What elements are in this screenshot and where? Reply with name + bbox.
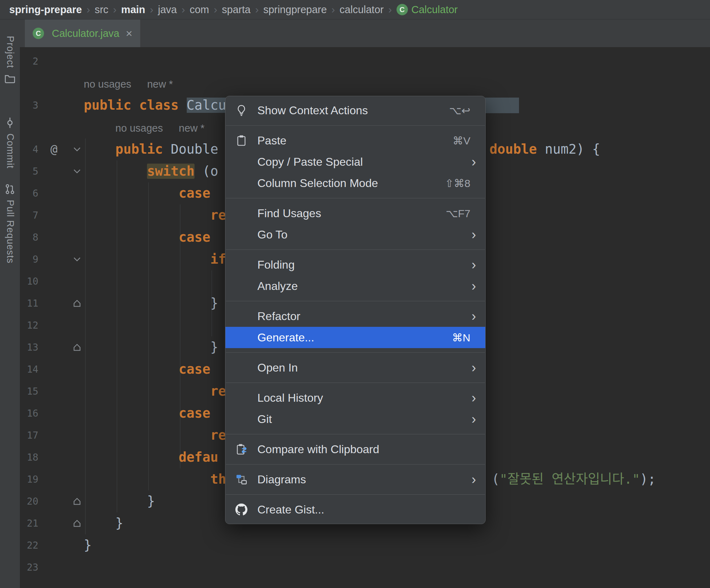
menu-item-refactor[interactable]: Refactor› <box>225 306 485 327</box>
menu-item-shortcut: ⌘N <box>452 331 470 344</box>
code-text: re <box>84 424 226 446</box>
menu-separator <box>226 249 485 250</box>
menu-item-label: Local History <box>257 391 471 405</box>
menu-item-shortcut: ⌘V <box>453 134 470 147</box>
menu-separator <box>226 352 485 353</box>
fold-open-icon[interactable] <box>72 144 82 155</box>
menu-separator <box>226 383 485 383</box>
fold-end-icon[interactable] <box>72 518 82 529</box>
menu-item-folding[interactable]: Folding› <box>225 254 485 275</box>
fold-open-icon[interactable] <box>72 166 82 177</box>
line-number: 3 <box>20 94 38 116</box>
code-line[interactable]: 22} <box>20 534 710 556</box>
menu-separator <box>226 198 485 198</box>
submenu-arrow-icon: › <box>471 258 476 271</box>
menu-item-create-gist[interactable]: Create Gist... <box>225 499 485 520</box>
breadcrumb-separator-icon: › <box>255 4 259 16</box>
menu-item-show-context-actions[interactable]: Show Context Actions⌥↩ <box>225 100 485 121</box>
menu-item-git[interactable]: Git› <box>225 408 485 430</box>
code-text: defau <box>84 446 218 468</box>
menu-item-shortcut: ⇧⌘8 <box>445 177 470 189</box>
tool-window-stripe: ProjectCommitPull Requests <box>0 20 20 588</box>
fold-open-icon[interactable] <box>72 254 82 265</box>
breadcrumb-item-springprepare[interactable]: springprepare <box>263 4 327 16</box>
menu-item-open-in[interactable]: Open In› <box>225 357 485 378</box>
code-text: re <box>84 380 226 402</box>
code-text: public class Calcu <box>84 94 226 116</box>
line-number: 9 <box>20 248 38 270</box>
breadcrumb-item-sparta[interactable]: sparta <box>222 4 251 16</box>
tool-window-button-pull-requests[interactable]: Pull Requests <box>4 183 16 264</box>
menu-item-column-selection-mode[interactable]: Column Selection Mode⇧⌘8 <box>225 172 485 194</box>
selection-highlight-fragment <box>485 98 519 113</box>
breadcrumb-item-main[interactable]: main <box>121 4 145 16</box>
menu-item-shortcut: ⌥F7 <box>446 207 470 220</box>
menu-item-paste[interactable]: Paste⌘V <box>225 130 485 151</box>
line-number: 14 <box>20 358 38 380</box>
context-menu: Show Context Actions⌥↩Paste⌘VCopy / Past… <box>225 96 486 524</box>
code-text: case <box>84 402 210 424</box>
breadcrumb-item-spring-prepare[interactable]: spring-prepare <box>9 4 82 16</box>
line-number: 5 <box>20 160 38 182</box>
annotation-gutter-icon: @ <box>50 138 58 160</box>
line-number: 11 <box>20 292 38 314</box>
commit-icon <box>4 117 16 128</box>
code-text: } <box>84 512 123 534</box>
menu-item-label: Git <box>257 413 471 426</box>
menu-item-label: Copy / Paste Special <box>257 155 471 169</box>
fold-end-icon[interactable] <box>72 298 82 309</box>
submenu-arrow-icon: › <box>471 309 476 323</box>
line-number: 23 <box>20 556 38 578</box>
code-text: if <box>84 248 226 270</box>
tool-window-button-commit[interactable]: Commit <box>4 117 16 169</box>
code-text: case <box>84 226 210 248</box>
menu-separator <box>226 494 485 495</box>
line-number: 8 <box>20 226 38 248</box>
breadcrumb-item-java[interactable]: java <box>158 4 177 16</box>
line-number: 7 <box>20 204 38 226</box>
breadcrumb-item-src[interactable]: src <box>95 4 109 16</box>
menu-item-copy-paste-special[interactable]: Copy / Paste Special› <box>225 151 485 172</box>
menu-item-find-usages[interactable]: Find Usages⌥F7 <box>225 203 485 224</box>
menu-item-compare-with-clipboard[interactable]: Compare with Clipboard <box>225 439 485 460</box>
inlay-hint-row[interactable]: no usages new * <box>20 72 710 94</box>
menu-item-generate[interactable]: Generate...⌘N <box>225 327 485 348</box>
submenu-arrow-icon: › <box>471 412 476 426</box>
code-line[interactable]: 23 <box>20 556 710 578</box>
tab-calculator-java[interactable]: CCalculator.java× <box>25 20 140 47</box>
fold-end-icon[interactable] <box>72 496 82 507</box>
line-number: 4 <box>20 138 38 160</box>
compare-clipboard-icon <box>231 443 252 455</box>
breadcrumb-separator-icon: › <box>150 4 153 16</box>
submenu-arrow-icon: › <box>471 473 476 486</box>
tool-window-button-project[interactable]: Project <box>4 36 16 84</box>
breadcrumb-separator-icon: › <box>214 4 217 16</box>
menu-separator <box>226 301 485 301</box>
code-text: case <box>84 182 210 204</box>
menu-item-diagrams[interactable]: Diagrams› <box>225 469 485 490</box>
menu-item-label: Folding <box>257 258 471 271</box>
line-number: 2 <box>20 50 38 72</box>
line-number: 15 <box>20 380 38 402</box>
line-number: 16 <box>20 402 38 424</box>
menu-item-local-history[interactable]: Local History› <box>225 387 485 408</box>
breadcrumb-item-calculator[interactable]: Calculator <box>411 4 458 16</box>
menu-item-go-to[interactable]: Go To› <box>225 224 485 245</box>
line-number: 13 <box>20 336 38 358</box>
breadcrumb-item-com[interactable]: com <box>190 4 209 16</box>
submenu-arrow-icon: › <box>471 361 476 374</box>
inlay-hint: no usages new * <box>84 72 173 94</box>
menu-item-label: Diagrams <box>257 473 471 486</box>
line-number: 6 <box>20 182 38 204</box>
code-text: } <box>84 534 92 556</box>
menu-item-analyze[interactable]: Analyze› <box>225 275 485 297</box>
line-number: 21 <box>20 512 38 534</box>
breadcrumb-item-calculator[interactable]: calculator <box>340 4 384 16</box>
breadcrumb-separator-icon: › <box>87 4 90 16</box>
fold-end-icon[interactable] <box>72 342 82 353</box>
breadcrumb-separator-icon: › <box>181 4 185 16</box>
line-number: 19 <box>20 468 38 490</box>
close-icon[interactable]: × <box>126 28 132 39</box>
code-line[interactable]: 2 <box>20 50 710 72</box>
tool-window-label: Pull Requests <box>5 200 16 264</box>
